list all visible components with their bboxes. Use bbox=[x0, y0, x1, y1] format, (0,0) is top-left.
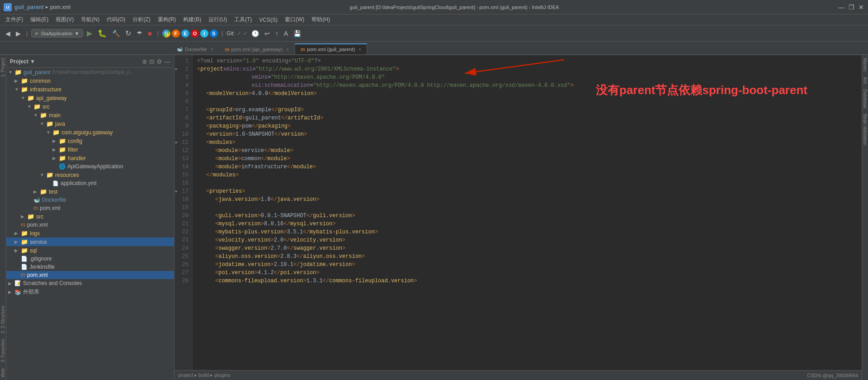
tab-pom-api-close[interactable]: × bbox=[286, 47, 289, 52]
opera-icon[interactable]: O bbox=[191, 29, 199, 38]
build-button[interactable]: 🔨 bbox=[110, 29, 122, 38]
tree-item-pom-infra[interactable]: m pom.xml bbox=[6, 221, 174, 229]
tree-item-scratches[interactable]: ▶ 📝 Scratches and Consoles bbox=[6, 279, 174, 287]
edge-icon[interactable]: E bbox=[181, 29, 189, 38]
code-line-15: </modules> bbox=[193, 171, 862, 179]
code-line-12: <module>service</module> bbox=[193, 147, 862, 155]
code-line-14: <module>infrastructure</module> bbox=[193, 163, 862, 171]
tree-item-gateway-package[interactable]: ▼ 📁 com.atguigu.gateway bbox=[6, 128, 174, 137]
tree-item-jenkinsfile[interactable]: 📄 Jenkinsfile bbox=[6, 263, 174, 271]
close-button[interactable]: ✕ bbox=[858, 4, 864, 10]
tree-item-config[interactable]: ▶ 📁 config bbox=[6, 137, 174, 145]
tree-item-external-libs[interactable]: ▶ 📚 外部库 bbox=[6, 287, 174, 297]
menu-view[interactable]: 视图(V) bbox=[52, 15, 77, 24]
tree-item-pom-root[interactable]: m pom.xml bbox=[6, 271, 174, 279]
run-config-selector[interactable]: ▶ StaApplication ▼ bbox=[31, 29, 83, 38]
firefox-icon[interactable]: F bbox=[172, 29, 180, 38]
tree-item-test[interactable]: ▶ 📁 test bbox=[6, 187, 174, 196]
tree-item-app-class[interactable]: 🌐 ApiGatewayApplication bbox=[6, 162, 174, 171]
run-button[interactable]: ▶ bbox=[85, 28, 94, 38]
sidebar-label-structure[interactable]: 2: Z-Structure bbox=[0, 303, 6, 336]
line-num-20: 20 bbox=[175, 212, 192, 220]
menu-analyze[interactable]: 分析(Z) bbox=[129, 15, 154, 24]
tree-item-infrastructure[interactable]: ▼ 📁 infrastructure bbox=[6, 85, 174, 94]
tree-item-handler[interactable]: ▶ 📁 handler bbox=[6, 154, 174, 162]
menu-build[interactable]: 构建(B) bbox=[179, 15, 205, 24]
menu-help[interactable]: 帮助(H) bbox=[308, 15, 334, 24]
tab-pom-api[interactable]: m pom.xml (api_gateway) × bbox=[219, 44, 295, 54]
tree-item-root-path: D:\IdeaProjects\guliSpringCloud\guli_p..… bbox=[52, 70, 133, 75]
dockerfile-icon-ag: 🐋 bbox=[33, 197, 40, 203]
sidebar-label-web[interactable]: Web bbox=[0, 366, 6, 380]
git-push-button[interactable]: ↑ bbox=[274, 29, 280, 38]
menu-file[interactable]: 文件(F) bbox=[2, 15, 27, 24]
tree-item-app-yml[interactable]: 📄 application.yml bbox=[6, 179, 174, 187]
title-bar: IJ guli_parent ▸ pom.xml guli_parent [D:… bbox=[0, 0, 868, 14]
debug-button[interactable]: 🐛 bbox=[96, 28, 108, 38]
menu-run[interactable]: 运行(U) bbox=[205, 15, 231, 24]
tree-item-service[interactable]: ▶ 📁 service bbox=[6, 238, 174, 246]
chrome-icon[interactable]: G bbox=[162, 29, 170, 38]
tree-item-src-infra[interactable]: ▶ 📁 src bbox=[6, 212, 174, 221]
sidebar-label-project[interactable]: 1: Project bbox=[0, 55, 6, 80]
git-history-button[interactable]: 🕐 bbox=[250, 29, 261, 38]
git-undo-button[interactable]: ↩ bbox=[263, 29, 272, 38]
back-button[interactable]: ◀ bbox=[4, 29, 12, 38]
tab-pom-parent[interactable]: m pom.xml (guli_parent) × bbox=[295, 43, 367, 54]
tree-item-pom-ag[interactable]: m pom.xml bbox=[6, 204, 174, 212]
tree-item-gitignore[interactable]: 📄 .gitignore bbox=[6, 255, 174, 263]
menu-tools[interactable]: 工具(T) bbox=[231, 15, 255, 24]
tree-item-java[interactable]: ▼ 📁 java bbox=[6, 119, 174, 128]
libs-icon: 📚 bbox=[14, 289, 21, 295]
line-num-28: 28 bbox=[175, 277, 192, 285]
minimize-button[interactable]: — bbox=[838, 4, 844, 10]
menu-vcs[interactable]: VCS(S) bbox=[255, 16, 281, 24]
git-save-button[interactable]: 💾 bbox=[292, 29, 303, 38]
hide-panel-button[interactable]: — bbox=[164, 58, 170, 65]
pom-icon-root: m bbox=[21, 272, 25, 278]
right-tool-maven[interactable]: Maven bbox=[862, 55, 868, 74]
tree-item-main[interactable]: ▼ 📁 main bbox=[6, 111, 174, 119]
right-tools-panel: Maven Ant Database Bean Validation bbox=[862, 55, 868, 380]
menu-code[interactable]: 代码(O) bbox=[103, 15, 129, 24]
tree-item-sql[interactable]: ▶ 📁 sql bbox=[6, 246, 174, 255]
tree-item-logs[interactable]: ▶ 📁 logs bbox=[6, 229, 174, 238]
right-tool-bean-validation[interactable]: Bean Validation bbox=[862, 111, 868, 148]
maximize-button[interactable]: ❐ bbox=[848, 4, 854, 10]
ie-icon[interactable]: I bbox=[200, 29, 208, 38]
window-title: guli_parent [D:\IdeaProjects\guliSpringC… bbox=[71, 5, 838, 10]
tree-item-src-gateway[interactable]: ▼ 📁 src bbox=[6, 102, 174, 111]
tree-item-root[interactable]: ▼ 📁 guli_parent D:\IdeaProjects\guliSpri… bbox=[6, 68, 174, 76]
right-tool-database[interactable]: Database bbox=[862, 86, 868, 111]
settings-button[interactable]: ⚙ bbox=[156, 58, 162, 65]
code-editor[interactable]: 1 2 3 4 5 6 7 8 9 10 11 12 13 14 15 16 1… bbox=[175, 55, 862, 370]
tree-item-api-gateway[interactable]: ▼ 📁 api_gateway bbox=[6, 94, 174, 102]
menu-refactor[interactable]: 重构(R) bbox=[154, 15, 180, 24]
menu-window[interactable]: 窗口(W) bbox=[281, 15, 308, 24]
menu-edit[interactable]: 编辑(E) bbox=[27, 15, 52, 24]
tab-dockerfile-close[interactable]: × bbox=[211, 47, 213, 52]
coverage-button[interactable]: ☂ bbox=[135, 29, 144, 38]
collapse-all-button[interactable]: ⊟ bbox=[149, 58, 155, 65]
right-tool-ant[interactable]: Ant bbox=[862, 74, 868, 86]
tree-item-resources[interactable]: ▼ 📁 resources bbox=[6, 171, 174, 179]
stop-button[interactable]: ■ bbox=[146, 29, 153, 38]
sidebar-label-favorites[interactable]: 3: Favorites bbox=[0, 336, 6, 365]
locate-file-button[interactable]: ⊕ bbox=[142, 58, 147, 65]
tab-dockerfile[interactable]: 🐋 Dockerfile × bbox=[171, 43, 219, 54]
code-line-7: <groupId>org.example</groupId> bbox=[193, 106, 862, 114]
git-check1: ✓ bbox=[237, 30, 241, 37]
git-translate-button[interactable]: A bbox=[282, 29, 290, 38]
forward-button[interactable]: ▶ bbox=[14, 29, 23, 38]
chevron-src-infra: ▶ bbox=[21, 214, 27, 219]
tree-item-dockerfile-ag[interactable]: 🐋 Dockerfile bbox=[6, 196, 174, 204]
reload-button[interactable]: ↻ bbox=[123, 28, 133, 38]
menu-nav[interactable]: 导航(N) bbox=[77, 15, 103, 24]
tree-item-filter[interactable]: ▶ 📁 filter bbox=[6, 145, 174, 154]
code-line-17: <properties> bbox=[193, 187, 862, 195]
safari-icon[interactable]: S bbox=[210, 29, 218, 38]
code-content[interactable]: <?xml version="1.0" encoding="UTF-8"?> <… bbox=[193, 55, 862, 370]
tab-pom-parent-close[interactable]: × bbox=[359, 47, 361, 52]
line-num-3: 3 bbox=[175, 73, 192, 81]
tree-item-common[interactable]: ▶ 📁 common bbox=[6, 76, 174, 85]
